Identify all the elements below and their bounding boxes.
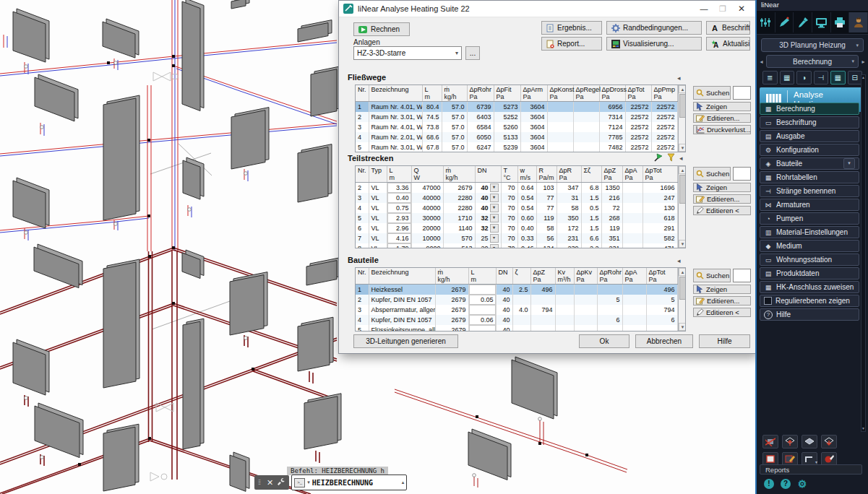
strand-icon[interactable]: ⊣ [814,71,829,84]
ok-button[interactable]: Ok [579,334,629,348]
sidebar-item-ausgabe[interactable]: ▤Ausgabe [760,130,859,142]
palette-scrollbar[interactable]: ▲ ▼ [861,74,866,432]
table-row[interactable]: 4Kupfer, DIN EN 105726790.064066 [356,315,677,325]
table-row[interactable]: 8VL1.79900051320▾700.461342392.2231471 [356,243,677,249]
maximize-button[interactable]: ❐ [713,1,732,16]
printer-icon[interactable] [831,12,850,32]
module-select[interactable]: 3D Planung Heizung▾ [761,38,864,52]
scroll-up-icon[interactable]: ▲ [679,85,687,93]
sidebar-item-regulierebenen-zeigen[interactable]: Regulierebenen zeigen [760,295,859,307]
editieren-button[interactable]: Editieren < [693,308,751,317]
sidebar-item-stränge-benennen[interactable]: ⊣Stränge benennen [760,185,859,197]
sidebar-item-produktdaten[interactable]: ▤Produktdaten [760,267,859,280]
editieren-button[interactable]: Editieren... [693,296,751,306]
screwdriver-icon[interactable] [794,12,812,32]
search-input[interactable] [733,86,751,100]
scrollbar[interactable]: ▲ ▼ [678,85,687,152]
palette-title[interactable]: liNear [757,0,868,11]
collapse-icon[interactable]: ◂ [679,155,683,162]
rechnen-button[interactable]: Rechnen [353,22,410,36]
command-bar-handle[interactable]: ⁞⁞ ✕ [254,475,289,490]
druckverlust-button[interactable]: Druckverlust... [693,125,751,134]
generate-3d-pipes-button[interactable]: 3D-Leitungen generieren [353,334,458,348]
sidebar-item-rohrtabellen[interactable]: ▦Rohrtabellen [760,171,859,183]
randbedingungen-button[interactable]: Randbedingungen... [606,21,702,35]
sidebar-item-material-einstellungen[interactable]: ▥Material-Einstellungen [760,226,859,238]
zeigen-button[interactable]: Zeigen [693,183,751,192]
scroll-up-icon[interactable]: ▲ [861,75,865,80]
suchen-button[interactable]: Suchen < [693,167,731,181]
dialog-titlebar[interactable]: liNear Analyse Heating Suite 22 — ❐ ✕ [339,1,755,17]
sidebar-item-wohnungsstation[interactable]: ▭Wohnungsstation [760,254,859,266]
chevron-down-icon[interactable]: ▾ [490,244,499,249]
editieren-button[interactable]: Editieren... [693,194,751,204]
floor-up-icon[interactable] [782,435,798,448]
table-row[interactable]: 5Raum Nr. 3.01, Wo...67.857.062475239360… [356,142,677,152]
scrollbar[interactable]: ▲ ▼ [678,166,687,248]
scroll-down-icon[interactable]: ▼ [679,240,687,248]
scroll-down-icon[interactable]: ▼ [861,426,865,431]
close-icon[interactable]: ✕ [267,478,273,488]
command-expand-icon[interactable]: ▴ [402,480,405,485]
search-input[interactable] [733,269,751,282]
anlagen-select[interactable]: HZ-3-3D-starre▾ [353,46,462,60]
table-row[interactable]: 4Raum Nr. 2.01, Wo...68.657.060505133360… [356,132,677,142]
sidebar-item-beschriftung[interactable]: ▭Beschriftung [760,116,859,129]
zeigen-button[interactable]: Zeigen [693,102,751,111]
fliesswege-table[interactable]: Nr. Bezeichnung Lmṁkg/hΔpRohrPaΔpFitPaΔp… [355,84,686,152]
table-row[interactable]: 3Absperrarmatur, allgemein2679404.079479… [356,305,677,315]
settings-gear-icon[interactable]: ⚙ [797,479,807,489]
table-row[interactable]: 5Flüssigkeitspumpe, allge...267940 [356,325,677,332]
chevron-down-icon[interactable]: ▾ [490,214,499,222]
ergebnis-button[interactable]: Ergebnis... [541,21,602,35]
user-icon[interactable] [849,12,868,32]
chevron-down-icon[interactable]: ▾ [490,224,499,233]
suchen-button[interactable]: Suchen < [693,86,731,100]
chevron-down-icon[interactable]: ▾ [490,204,499,212]
table-row[interactable]: 2Raum Nr. 3.01, Wo...74.557.064035252360… [356,112,677,122]
sidebar-item-pumpen[interactable]: ◔Pumpen [760,212,859,225]
editieren-button[interactable]: Editieren... [693,113,751,123]
sidebar-item-medium[interactable]: ◆Medium [760,240,859,252]
scroll-down-icon[interactable]: ▼ [679,323,687,331]
pie-icon[interactable]: ◑ [796,71,812,84]
table-row[interactable]: 7VL4.161000057025▾700.33562316.6351582 [356,233,677,243]
scroll-up-icon[interactable]: ▲ [679,166,687,174]
mixer-icon[interactable] [757,12,775,32]
command-dropdown-icon[interactable]: ▾ [307,480,310,485]
sidebar-item-konfiguration[interactable]: ⚙Konfiguration [760,144,859,156]
clip-section-icon[interactable] [762,435,778,448]
pipe-assign-icon[interactable] [654,153,663,163]
sidebar-item-berechnung[interactable]: ▦Berechnung [760,103,859,115]
drag-handle-icon[interactable]: ⁞⁞ [258,480,263,485]
table-row[interactable]: 2Kupfer, DIN EN 105726790.054055 [356,295,677,305]
calculator-icon[interactable]: ▦ [830,71,846,84]
table-row[interactable]: 3Raum Nr. 4.01, Wo...73.857.065845260360… [356,122,677,132]
teilstrecken-table[interactable]: Nr. Typ LmQWṁkg/hDN T°Cwm/sRPa/mΔpRPaΣζ … [355,165,686,248]
aktualisieren-button[interactable]: A Aktualisieren < [706,37,750,51]
table-row[interactable]: 1Raum Nr. 4.01, Wo...80.457.067395273360… [356,102,677,112]
floor-icon[interactable] [802,435,817,448]
scroll-up-icon[interactable]: ▲ [679,268,687,276]
scrollbar[interactable]: ▲ ▼ [678,268,687,331]
chevron-down-icon[interactable]: ▾ [490,194,499,202]
reports-bar[interactable]: Reports [760,464,862,474]
table-row[interactable]: 5VL2.9330000171032▾700.601193501.5268618 [356,213,677,223]
scroll-down-icon[interactable]: ▼ [679,144,687,152]
minimize-button[interactable]: — [695,1,713,16]
table-row[interactable]: 1Heizkessel2679402.5496496 [356,285,677,295]
report-button[interactable]: Report... [541,37,602,51]
sidebar-item-hilfe[interactable]: ?Hilfe [760,308,859,321]
table-row[interactable]: 2VL3.3647000267940▾700.641033476.8135016… [356,183,677,193]
filter-icon[interactable] [667,153,675,163]
category-select[interactable]: Berechnung▾ [766,55,859,68]
wrench-icon[interactable] [277,476,285,489]
visualisierung-button[interactable]: Visualisierung... [606,37,702,51]
monitor-icon[interactable] [812,12,831,32]
collapse-icon[interactable]: ◂ [677,74,681,82]
sidebar-item-armaturen[interactable]: ⋈Armaturen [760,199,859,211]
table-row[interactable]: 4VL0.7540000228040▾700.5477580.572130 [356,203,677,213]
table-row[interactable]: 6VL2.9620000114032▾700.40581721.5119291 [356,223,677,233]
ruler-icon[interactable]: ⊟ [848,71,863,84]
help-button[interactable]: Hilfe [699,334,750,348]
